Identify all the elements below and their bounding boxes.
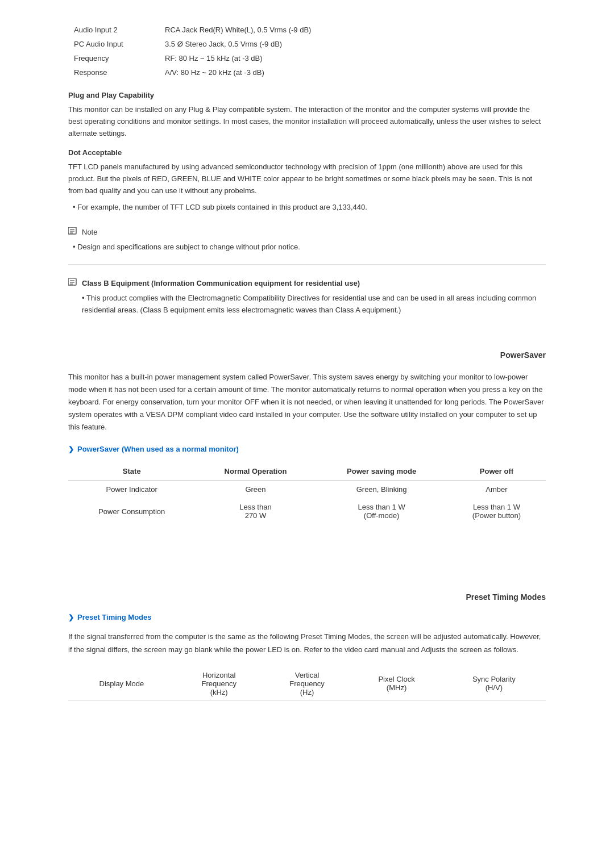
table-row: PC Audio Input3.5 Ø Stereo Jack, 0.5 Vrm… bbox=[68, 37, 546, 51]
power-consumption-normal: Less than270 W bbox=[195, 498, 316, 524]
preset-text: If the signal transferred from the compu… bbox=[68, 631, 546, 656]
table-row: Power Consumption Less than270 W Less th… bbox=[68, 498, 546, 524]
table-row: Audio Input 2RCA Jack Red(R) White(L), 0… bbox=[68, 23, 546, 37]
class-b-heading: Class B Equipment (Information Communica… bbox=[68, 278, 546, 288]
display-col-h-freq: HorizontalFrequency(kHz) bbox=[175, 667, 263, 700]
table-row: ResponseA/V: 80 Hz ~ 20 kHz (at -3 dB) bbox=[68, 65, 546, 80]
power-table: State Normal Operation Power saving mode… bbox=[68, 462, 546, 524]
preset-arrow-icon: ❯ bbox=[68, 614, 74, 621]
power-indicator-saving: Green, Blinking bbox=[316, 481, 447, 499]
preset-link[interactable]: ❯ Preset Timing Modes bbox=[68, 613, 546, 621]
divider bbox=[68, 264, 546, 265]
power-indicator-label: Power Indicator bbox=[68, 481, 195, 499]
spec-label: Audio Input 2 bbox=[68, 23, 159, 37]
class-b-text: • This product complies with the Electro… bbox=[68, 293, 546, 316]
powersaver-link[interactable]: ❯ PowerSaver (When used as a normal moni… bbox=[68, 445, 546, 453]
spec-label: Frequency bbox=[68, 51, 159, 65]
powersaver-text: This monitor has a built-in power manage… bbox=[68, 371, 546, 433]
display-col-pixel: Pixel Clock(MHz) bbox=[351, 667, 442, 700]
display-col-sync: Sync Polarity(H/V) bbox=[442, 667, 546, 700]
spec-value: RF: 80 Hz ~ 15 kHz (at -3 dB) bbox=[159, 51, 546, 65]
spec-table: Audio Input 2RCA Jack Red(R) White(L), 0… bbox=[68, 23, 546, 80]
note-icon bbox=[68, 227, 77, 237]
class-b-label: Class B Equipment (Information Communica… bbox=[82, 279, 360, 287]
dot-text: TFT LCD panels manufactured by using adv… bbox=[68, 161, 546, 197]
power-consumption-saving: Less than 1 W(Off-mode) bbox=[316, 498, 447, 524]
power-indicator-normal: Green bbox=[195, 481, 316, 499]
spec-label: Response bbox=[68, 65, 159, 80]
note-label: Note bbox=[82, 228, 97, 236]
page: Audio Input 2RCA Jack Red(R) White(L), 0… bbox=[0, 0, 614, 723]
table-row: FrequencyRF: 80 Hz ~ 15 kHz (at -3 dB) bbox=[68, 51, 546, 65]
arrow-right-icon: ❯ bbox=[68, 445, 74, 453]
class-b-icon bbox=[68, 278, 77, 288]
note-section: Note • Design and specifications are sub… bbox=[68, 227, 546, 253]
spec-value: A/V: 80 Hz ~ 20 kHz (at -3 dB) bbox=[159, 65, 546, 80]
dot-heading: Dot Acceptable bbox=[68, 148, 546, 157]
note-heading: Note bbox=[68, 227, 546, 237]
spec-label: PC Audio Input bbox=[68, 37, 159, 51]
power-col-saving: Power saving mode bbox=[316, 462, 447, 481]
display-col-v-freq: VerticalFrequency(Hz) bbox=[263, 667, 351, 700]
display-col-mode: Display Mode bbox=[68, 667, 175, 700]
powersaver-title: PowerSaver bbox=[68, 350, 546, 360]
note-bullet: • Design and specifications are subject … bbox=[68, 241, 546, 253]
power-col-off: Power off bbox=[447, 462, 546, 481]
plug-play-heading: Plug and Play Capability bbox=[68, 91, 546, 99]
spec-value: 3.5 Ø Stereo Jack, 0.5 Vrms (-9 dB) bbox=[159, 37, 546, 51]
plug-play-text: This monitor can be installed on any Plu… bbox=[68, 104, 546, 139]
preset-link-label: Preset Timing Modes bbox=[77, 613, 152, 621]
dot-bullet: • For example, the number of TFT LCD sub… bbox=[68, 202, 546, 214]
power-col-state: State bbox=[68, 462, 195, 481]
power-consumption-label: Power Consumption bbox=[68, 498, 195, 524]
class-b-section: Class B Equipment (Information Communica… bbox=[68, 278, 546, 316]
table-row: Power Indicator Green Green, Blinking Am… bbox=[68, 481, 546, 499]
preset-timing-title: Preset Timing Modes bbox=[68, 592, 546, 602]
display-table: Display Mode HorizontalFrequency(kHz) Ve… bbox=[68, 667, 546, 700]
spec-value: RCA Jack Red(R) White(L), 0.5 Vrms (-9 d… bbox=[159, 23, 546, 37]
power-indicator-off: Amber bbox=[447, 481, 546, 499]
powersaver-link-label: PowerSaver (When used as a normal monito… bbox=[77, 445, 239, 453]
power-col-normal: Normal Operation bbox=[195, 462, 316, 481]
power-consumption-off: Less than 1 W(Power button) bbox=[447, 498, 546, 524]
